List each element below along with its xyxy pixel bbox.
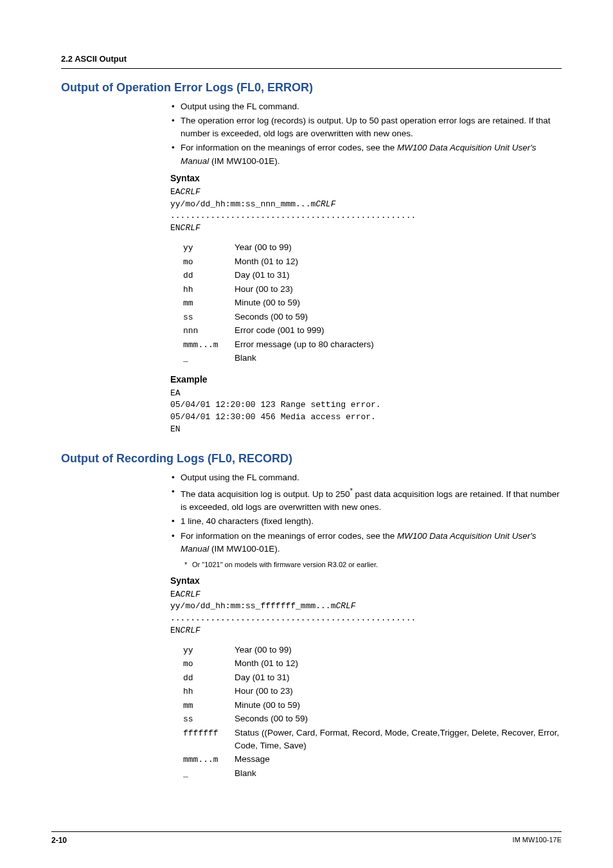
def-val: Error message (up to 80 characters) [235, 338, 374, 351]
syntax-heading: Syntax [170, 172, 562, 185]
def-row: _Blank [183, 767, 562, 781]
example-heading: Example [170, 373, 562, 386]
bullet-list: Output using the FL command. The data ac… [170, 471, 562, 556]
def-row: ddDay (01 to 31) [183, 269, 562, 282]
def-val: Minute (00 to 59) [235, 699, 300, 712]
definition-list: yyYear (00 to 99) moMonth (01 to 12) ddD… [183, 644, 562, 781]
page-header: 2.2 ASCII Output [61, 53, 562, 69]
definition-list: yyYear (00 to 99) moMonth (01 to 12) ddD… [183, 241, 562, 365]
def-row: mmm...mError message (up to 80 character… [183, 338, 562, 352]
syntax-heading: Syntax [170, 574, 562, 588]
def-val: Day (01 to 31) [235, 671, 290, 684]
def-val: Year (00 to 99) [235, 644, 292, 656]
def-val: Year (00 to 99) [235, 241, 292, 254]
def-row: hhHour (00 to 23) [183, 283, 562, 296]
def-val: Seconds (00 to 59) [235, 311, 308, 323]
def-row: mmm...mMessage [183, 753, 562, 766]
def-val: Status ((Power, Card, Format, Record, Mo… [235, 727, 562, 753]
def-key: dd [183, 269, 235, 282]
list-item: Output using the FL command. [170, 471, 562, 484]
bullet-list: Output using the FL command. The operati… [170, 100, 562, 168]
def-key: mm [183, 700, 235, 712]
def-row: moMonth (01 to 12) [183, 657, 562, 671]
def-key: mo [183, 658, 235, 671]
def-key: _ [183, 352, 235, 365]
def-val: Hour (00 to 23) [235, 685, 293, 698]
page-footer: 2-10 IM MW100-17E [51, 831, 562, 846]
doc-id: IM MW100-17E [513, 835, 562, 846]
def-row: _Blank [183, 352, 562, 365]
def-key: yy [183, 242, 235, 255]
list-item: For information on the meanings of error… [170, 141, 562, 168]
list-item: The operation error log (records) is out… [170, 114, 562, 141]
syntax-code: EACRLF yy/mo/dd_hh:mm:ss_fffffff_mmm...m… [170, 589, 562, 637]
def-key: _ [183, 768, 235, 781]
list-item: 1 line, 40 characters (fixed length). [170, 515, 562, 528]
syntax-code: EACRLF yy/mo/dd_hh:mm:ss_nnn_mmm...mCRLF… [170, 186, 562, 235]
def-key: mm [183, 297, 235, 310]
def-key: yy [183, 644, 235, 657]
def-row: nnnError code (001 to 999) [183, 324, 562, 338]
def-row: ddDay (01 to 31) [183, 671, 562, 685]
def-val: Month (01 to 12) [235, 255, 298, 268]
def-key: ss [183, 311, 235, 324]
def-val: Month (01 to 12) [235, 657, 298, 670]
def-row: ssSeconds (00 to 59) [183, 311, 562, 324]
def-key: hh [183, 284, 235, 296]
list-item: For information on the meanings of error… [170, 530, 562, 556]
def-val: Minute (00 to 59) [235, 296, 300, 309]
def-row: mmMinute (00 to 59) [183, 699, 562, 712]
section-title: Output of Operation Error Logs (FL0, ERR… [61, 79, 562, 96]
def-row: moMonth (01 to 12) [183, 255, 562, 269]
def-key: ss [183, 713, 235, 726]
def-key: mmm...m [183, 339, 235, 352]
def-val: Seconds (00 to 59) [235, 712, 308, 725]
def-val: Blank [235, 767, 256, 780]
def-val: Blank [235, 352, 256, 365]
def-val: Day (01 to 31) [235, 269, 290, 282]
def-val: Hour (00 to 23) [235, 283, 293, 296]
def-key: mo [183, 256, 235, 269]
page-number: 2-10 [51, 835, 67, 846]
def-key: hh [183, 685, 235, 698]
example-code: EA 05/04/01 12:20:00 123 Range setting e… [170, 388, 562, 436]
list-item: The data acquisition log is output. Up t… [170, 485, 562, 514]
def-row: fffffffStatus ((Power, Card, Format, Rec… [183, 727, 562, 753]
section-title: Output of Recording Logs (FL0, RECORD) [61, 450, 562, 467]
def-row: yyYear (00 to 99) [183, 241, 562, 255]
def-row: ssSeconds (00 to 59) [183, 712, 562, 726]
footnote-text: Or "1021" on models with firmware versio… [192, 561, 378, 568]
def-key: mmm...m [183, 754, 235, 766]
footnote: *Or "1021" on models with firmware versi… [184, 559, 562, 570]
def-val: Error code (001 to 999) [235, 324, 324, 337]
def-row: hhHour (00 to 23) [183, 685, 562, 698]
def-key: dd [183, 672, 235, 685]
list-item: Output using the FL command. [170, 100, 562, 113]
def-val: Message [235, 753, 270, 766]
def-key: nnn [183, 325, 235, 338]
def-key: fffffff [183, 727, 235, 740]
def-row: yyYear (00 to 99) [183, 644, 562, 657]
def-row: mmMinute (00 to 59) [183, 296, 562, 310]
